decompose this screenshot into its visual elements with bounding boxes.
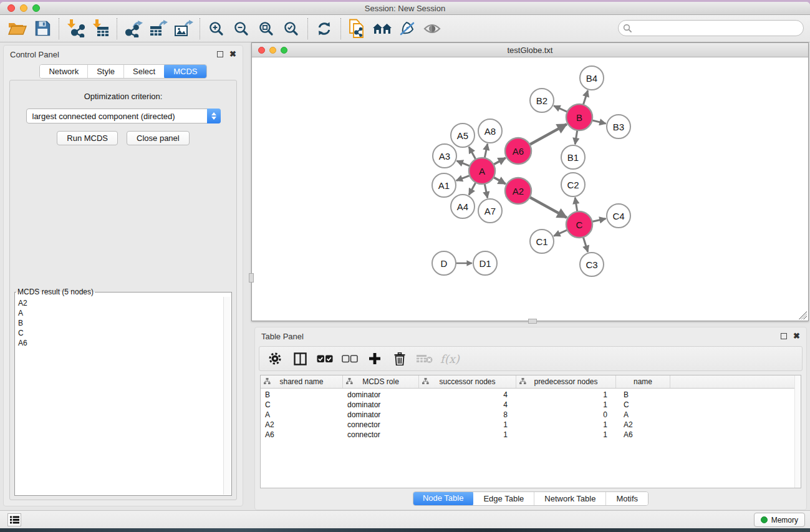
network-canvas[interactable]: AA2A6BCA1A3A4A5A7A8B1B2B3B4C1C2C3C4DD1 [253, 58, 808, 321]
tab-mcds[interactable]: MCDS [164, 64, 206, 79]
network-zoom-button[interactable] [281, 47, 287, 54]
mcds-result-list[interactable]: A2ABCA6 [16, 297, 223, 495]
search-input[interactable] [618, 20, 804, 36]
node-C3[interactable]: C3 [580, 253, 604, 276]
node-B1[interactable]: B1 [561, 145, 585, 169]
column-header-MCDS-role[interactable]: MCDS role [343, 375, 419, 388]
node-B2[interactable]: B2 [530, 89, 554, 112]
hierarchy-icon [264, 378, 271, 385]
add-column-button[interactable] [365, 349, 384, 369]
node-D[interactable]: D [432, 251, 456, 275]
node-B[interactable]: B [566, 104, 592, 130]
export-image-button[interactable] [171, 17, 196, 41]
node-C[interactable]: C [566, 211, 592, 238]
tab-style[interactable]: Style [88, 65, 124, 78]
minimize-window-button[interactable] [20, 4, 27, 12]
fit-content-button[interactable] [254, 17, 279, 41]
table-scrollbar[interactable] [794, 375, 801, 488]
criterion-dropdown[interactable]: largest connected component (directed) [26, 109, 221, 123]
zoom-in-button[interactable] [204, 17, 229, 41]
table-row[interactable]: A2connector11A2 [261, 420, 801, 430]
function-builder-label[interactable]: f(x) [440, 352, 460, 365]
network-minimize-button[interactable] [269, 47, 276, 54]
node-A6[interactable]: A6 [505, 138, 531, 164]
show-view-button[interactable] [420, 17, 445, 41]
tab-node-table[interactable]: Node Table [413, 491, 475, 506]
run-mcds-button[interactable]: Run MCDS [57, 131, 118, 145]
close-panel-icon[interactable]: ✖ [793, 333, 800, 339]
close-panel-icon[interactable]: ✖ [229, 51, 236, 57]
float-panel-icon[interactable] [781, 333, 787, 339]
zoom-window-button[interactable] [32, 4, 40, 12]
tab-select[interactable]: Select [124, 65, 165, 78]
mcds-result-item[interactable]: B [18, 318, 223, 328]
network-close-button[interactable] [258, 47, 265, 54]
mcds-result-item[interactable]: A2 [18, 298, 223, 308]
table-row[interactable]: Bdominator41B [261, 390, 801, 400]
node-C1[interactable]: C1 [530, 230, 554, 253]
home-layout-button[interactable] [370, 17, 395, 41]
open-session-button[interactable] [5, 17, 30, 41]
table-cell: 1 [516, 390, 616, 400]
import-table-button[interactable] [88, 17, 113, 41]
control-panel: Control Panel ✖ NetworkStyleSelectMCDS O… [3, 45, 243, 506]
tab-edge-table[interactable]: Edge Table [473, 492, 534, 505]
node-A3[interactable]: A3 [433, 144, 456, 168]
close-panel-button[interactable]: Close panel [127, 131, 190, 145]
split-view-button[interactable] [291, 349, 309, 369]
node-A4[interactable]: A4 [451, 195, 475, 218]
table-row[interactable]: Adominator80A [261, 410, 801, 420]
export-network-button[interactable] [121, 17, 146, 41]
pane-resize-grip[interactable] [528, 319, 537, 324]
pane-resize-grip[interactable] [249, 273, 254, 283]
column-header-successor-nodes[interactable]: successor nodes [419, 375, 516, 388]
node-B3[interactable]: B3 [607, 115, 630, 138]
column-header-name[interactable]: name [616, 375, 670, 388]
node-A2[interactable]: A2 [505, 178, 531, 204]
node-A1[interactable]: A1 [432, 173, 456, 197]
delete-column-button[interactable] [390, 349, 409, 369]
svg-text:C1: C1 [536, 236, 547, 247]
mcds-list-scrollbar[interactable] [223, 297, 231, 495]
node-A7[interactable]: A7 [478, 199, 502, 223]
column-header-predecessor-nodes[interactable]: predecessor nodes [516, 375, 616, 388]
tab-network[interactable]: Network [40, 65, 88, 78]
zoom-out-button[interactable] [229, 17, 254, 41]
memory-button[interactable]: Memory [754, 513, 805, 527]
deselect-all-button[interactable] [340, 349, 359, 369]
zoom-selected-button[interactable] [279, 17, 304, 41]
mcds-result-legend: MCDS result (5 nodes) [16, 288, 95, 296]
import-network-button[interactable] [63, 17, 88, 41]
close-window-button[interactable] [7, 4, 15, 12]
float-panel-icon[interactable] [217, 51, 223, 57]
node-B4[interactable]: B4 [580, 66, 604, 90]
toolbar-separator [117, 18, 117, 39]
export-table-button[interactable] [146, 17, 171, 41]
network-from-selection-button[interactable] [345, 17, 370, 41]
table-row[interactable]: Cdominator41C [261, 400, 801, 410]
table-row[interactable]: A6connector11A6 [261, 430, 801, 440]
table-cell: A6 [261, 430, 343, 440]
table-tabs: Node TableEdge TableNetwork TableMotifs [255, 491, 806, 506]
node-A5[interactable]: A5 [451, 123, 475, 147]
hide-annotations-button[interactable] [395, 17, 420, 41]
node-A8[interactable]: A8 [478, 119, 502, 143]
node-D1[interactable]: D1 [473, 251, 497, 275]
tab-motifs[interactable]: Motifs [606, 492, 648, 505]
select-all-button[interactable] [316, 349, 334, 369]
node-A[interactable]: A [469, 158, 495, 184]
node-C4[interactable]: C4 [607, 204, 630, 228]
column-header-shared-name[interactable]: shared name [261, 375, 343, 388]
table-settings-button[interactable] [266, 349, 284, 369]
zoom-selected-icon [284, 21, 299, 36]
delete-table-button[interactable] [415, 349, 434, 369]
window-resize-grip[interactable] [799, 311, 807, 319]
node-C2[interactable]: C2 [561, 173, 585, 196]
mcds-result-item[interactable]: A [18, 308, 223, 318]
mcds-result-item[interactable]: C [18, 328, 223, 338]
tab-network-table[interactable]: Network Table [534, 492, 606, 505]
mcds-result-item[interactable]: A6 [18, 338, 223, 348]
save-session-button[interactable] [30, 17, 55, 41]
show-panels-button[interactable] [7, 513, 21, 526]
refresh-view-button[interactable] [312, 17, 337, 41]
